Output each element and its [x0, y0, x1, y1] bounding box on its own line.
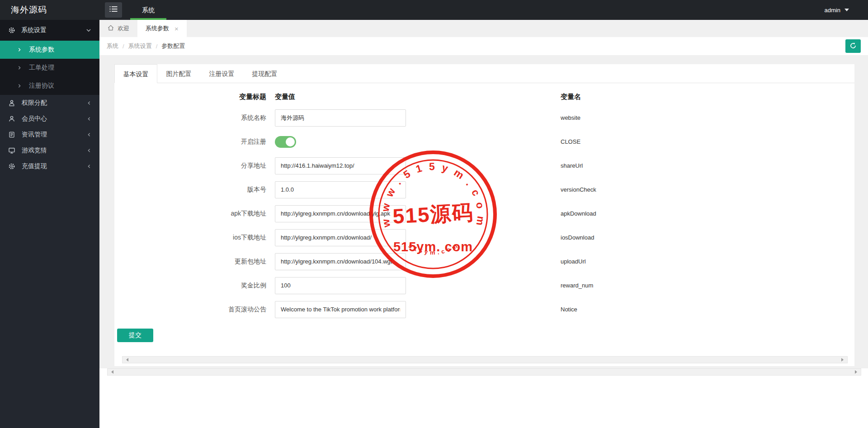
scroll-right-icon[interactable]	[841, 358, 845, 362]
sidebar-subitem-label: 工单处理	[29, 64, 54, 72]
form-row-iosDownload: ios下载地址iosDownload	[114, 226, 854, 249]
field-input-uploadUrl[interactable]	[275, 253, 406, 270]
refresh-button[interactable]	[845, 39, 861, 53]
field-label: 版本号	[114, 186, 266, 194]
chevron-left-icon	[87, 132, 91, 137]
field-input-iosDownload[interactable]	[275, 229, 406, 246]
field-input-Notice[interactable]	[275, 301, 406, 318]
settings-tabs: 基本设置图片配置注册设置提现配置	[114, 64, 854, 83]
field-input-versionCheck[interactable]	[275, 181, 406, 198]
topbar: 海外源码 系统 admin	[0, 0, 868, 20]
form-row-apkDownload: apk下载地址apkDownload	[114, 202, 854, 226]
sidebar-subitem-label: 注册协议	[29, 82, 54, 90]
hamburger-icon	[109, 6, 118, 14]
variable-name: website	[561, 114, 580, 121]
register-toggle[interactable]	[275, 136, 296, 148]
sidebar-group-header[interactable]: 系统设置	[0, 20, 99, 41]
wintab-system-params[interactable]: 系统参数 ×	[137, 20, 187, 37]
field-label: 奖金比例	[114, 282, 266, 290]
settings-card: 基本设置图片配置注册设置提现配置 变量标题 变量值 变量名 系统名称websit…	[114, 64, 854, 366]
gear-icon	[8, 163, 15, 170]
field-label: 开启注册	[114, 138, 266, 146]
caret-down-icon	[844, 9, 849, 14]
chevron-left-icon	[87, 164, 91, 169]
settings-tab-图片配置[interactable]: 图片配置	[157, 64, 200, 83]
sidebar-item-label: 会员中心	[22, 115, 47, 123]
variable-name: apkDownload	[561, 210, 596, 217]
form-row-reward_num: 奖金比例reward_num	[114, 273, 854, 297]
wintab-welcome[interactable]: 欢迎	[99, 20, 137, 37]
sidebar-item-权限分配[interactable]: 权限分配	[0, 95, 99, 111]
settings-tab-提现配置[interactable]: 提现配置	[243, 64, 286, 83]
scroll-left-icon[interactable]	[124, 358, 128, 362]
breadcrumb: 系统 / 系统设置 / 参数配置	[99, 37, 868, 55]
field-label: 首页滚动公告	[114, 306, 266, 314]
field-label: 系统名称	[114, 114, 266, 122]
form-row-website: 系统名称website	[114, 106, 854, 130]
field-input-shareUrl[interactable]	[275, 157, 406, 174]
chevron-right-icon	[17, 47, 22, 52]
sidebar-submenu: 系统参数工单处理注册协议	[0, 41, 99, 95]
home-icon	[108, 25, 114, 32]
chevron-right-icon	[17, 84, 22, 88]
sidebar-item-游戏竞猜[interactable]: 游戏竞猜	[0, 142, 99, 158]
sidebar-item-资讯管理[interactable]: 资讯管理	[0, 127, 99, 142]
variable-name: versionCheck	[561, 186, 596, 193]
sidebar-items: 权限分配会员中心资讯管理游戏竞猜充值提现	[0, 95, 99, 174]
window-tabs: 欢迎 系统参数 ×	[99, 20, 868, 37]
field-input-reward_num[interactable]	[275, 277, 406, 294]
settings-tab-基本设置[interactable]: 基本设置	[114, 64, 157, 83]
field-input-apkDownload[interactable]	[275, 205, 406, 222]
form-rows: 系统名称website开启注册CLOSE分享地址shareUrl版本号versi…	[114, 106, 854, 321]
topnav-tab-system[interactable]: 系统	[130, 0, 166, 20]
variable-name: reward_num	[561, 282, 593, 289]
chevron-left-icon	[87, 148, 91, 153]
variable-name: uploadUrl	[561, 258, 586, 265]
chevron-left-icon	[87, 101, 91, 105]
sidebar-subitem-系统参数[interactable]: 系统参数	[0, 41, 99, 59]
sidebar-group-label: 系统设置	[21, 26, 47, 34]
gear-icon	[8, 27, 15, 34]
submit-button[interactable]: 提交	[117, 329, 153, 342]
news-icon	[8, 131, 15, 138]
scroll-left-icon[interactable]	[109, 370, 113, 374]
form-row-shareUrl: 分享地址shareUrl	[114, 154, 854, 178]
settings-tab-注册设置[interactable]: 注册设置	[200, 64, 243, 83]
sidebar-subitem-工单处理[interactable]: 工单处理	[0, 59, 99, 77]
field-input-website[interactable]	[275, 109, 406, 127]
app-logo: 海外源码	[0, 4, 99, 16]
form-header-row: 变量标题 变量值 变量名	[114, 88, 854, 106]
sidebar-item-会员中心[interactable]: 会员中心	[0, 111, 99, 127]
main-area: 欢迎 系统参数 × 系统 / 系统设置 / 参数配置 基本设置图片配置注册设置提…	[99, 20, 868, 428]
column-header-name: 变量名	[561, 93, 581, 101]
inner-horizontal-scrollbar[interactable]	[122, 356, 848, 363]
close-icon[interactable]: ×	[175, 25, 179, 32]
active-nav-underline	[130, 18, 166, 20]
sidebar: 系统设置 系统参数工单处理注册协议 权限分配会员中心资讯管理游戏竞猜充值提现	[0, 20, 99, 428]
admin-app: 海外源码 系统 admin	[0, 0, 868, 428]
column-header-value: 变量值	[275, 93, 295, 101]
breadcrumb-item-system-settings[interactable]: 系统设置	[128, 42, 152, 50]
sidebar-item-充值提现[interactable]: 充值提现	[0, 158, 99, 174]
breadcrumb-item-system[interactable]: 系统	[107, 42, 118, 50]
column-header-title: 变量标题	[114, 93, 266, 101]
form-row-uploadUrl: 更新包地址uploadUrl	[114, 249, 854, 273]
sidebar-item-label: 资讯管理	[22, 131, 47, 139]
sidebar-toggle-button[interactable]	[105, 2, 122, 18]
chevron-right-icon	[17, 66, 22, 70]
sidebar-group-system-settings: 系统设置 系统参数工单处理注册协议	[0, 20, 99, 95]
toggle-knob	[286, 137, 295, 146]
sidebar-subitem-注册协议[interactable]: 注册协议	[0, 77, 99, 95]
sidebar-item-label: 权限分配	[22, 99, 47, 107]
variable-name: iosDownload	[561, 234, 594, 241]
outer-horizontal-scrollbar[interactable]	[107, 368, 861, 376]
scroll-right-icon[interactable]	[855, 370, 859, 374]
settings-form: 变量标题 变量值 变量名 系统名称website开启注册CLOSE分享地址sha…	[114, 83, 854, 342]
user-badge-icon	[8, 99, 15, 107]
field-label: 分享地址	[114, 162, 266, 170]
user-menu[interactable]: admin	[825, 6, 849, 14]
form-row-CLOSE: 开启注册CLOSE	[114, 130, 854, 154]
refresh-icon	[849, 42, 857, 51]
variable-name: CLOSE	[561, 138, 580, 145]
field-label: ios下载地址	[114, 234, 266, 242]
